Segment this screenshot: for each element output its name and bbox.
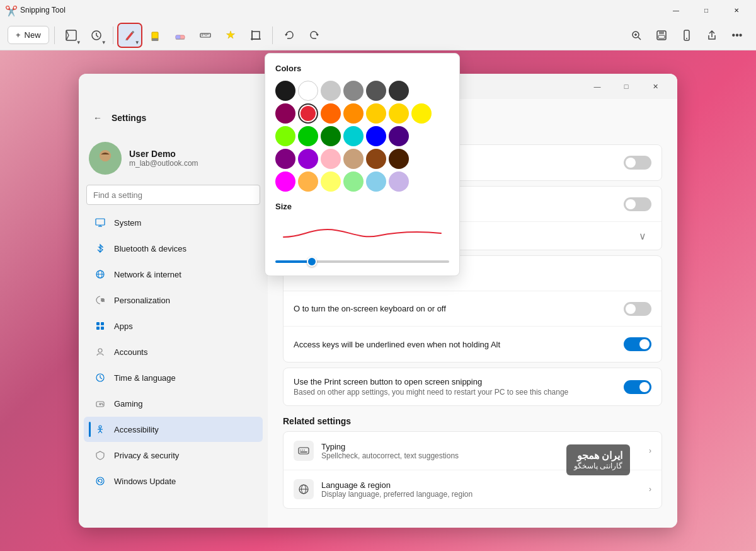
minimize-button[interactable]: — bbox=[662, 0, 690, 20]
color-sky-blue[interactable] bbox=[366, 171, 386, 192]
system-icon bbox=[94, 216, 106, 229]
title-bar-left: ✂️ Snipping Tool bbox=[5, 5, 66, 15]
sidebar-title: Settings bbox=[112, 113, 146, 123]
sidebar-item-network[interactable]: Network & internet bbox=[84, 262, 263, 287]
more-button[interactable]: ••• bbox=[726, 24, 748, 47]
color-black[interactable] bbox=[275, 81, 295, 101]
snip-mode-icon bbox=[66, 30, 77, 41]
user-email: m_lab@outlook.com bbox=[129, 159, 258, 168]
color-darker-gray[interactable] bbox=[389, 81, 409, 101]
color-bright-green[interactable] bbox=[298, 126, 318, 146]
color-peach[interactable] bbox=[298, 171, 318, 192]
color-dark-green[interactable] bbox=[321, 126, 341, 146]
svg-point-48 bbox=[102, 404, 103, 405]
color-blue[interactable] bbox=[366, 126, 386, 146]
undo-icon bbox=[284, 30, 295, 41]
new-label: New bbox=[25, 30, 41, 40]
close-button[interactable]: ✕ bbox=[722, 0, 751, 20]
search-input[interactable] bbox=[86, 185, 260, 205]
lock-keys-toggle[interactable] bbox=[624, 197, 651, 211]
color-dark-magenta[interactable] bbox=[275, 103, 295, 124]
dropdown-arrow[interactable]: ∨ bbox=[634, 227, 651, 245]
color-dark-orange[interactable] bbox=[343, 103, 364, 124]
sidebar-item-accounts[interactable]: Accounts bbox=[84, 339, 263, 364]
sidebar-item-time[interactable]: Time & language bbox=[84, 365, 263, 390]
maximize-button[interactable]: □ bbox=[692, 0, 721, 20]
redo-button[interactable] bbox=[303, 24, 326, 47]
eraser-button[interactable] bbox=[169, 24, 192, 47]
settings-maximize-button[interactable]: □ bbox=[612, 76, 641, 96]
color-magenta[interactable] bbox=[275, 171, 295, 192]
avatar-image bbox=[93, 146, 118, 171]
sidebar-item-apps[interactable]: Apps bbox=[84, 313, 263, 339]
color-lavender[interactable] bbox=[389, 171, 409, 192]
svg-rect-8 bbox=[200, 33, 210, 37]
color-dark-brown[interactable] bbox=[389, 149, 409, 169]
color-light-pink[interactable] bbox=[321, 149, 341, 169]
on-screen-label-col: O to turn the on-screen keyboard on or o… bbox=[294, 304, 446, 313]
share-button[interactable] bbox=[701, 24, 723, 47]
sidebar-item-privacy[interactable]: Privacy & security bbox=[84, 443, 263, 468]
gaming-icon bbox=[94, 397, 106, 410]
color-violet[interactable] bbox=[298, 149, 318, 169]
user-info: User Demo m_lab@outlook.com bbox=[129, 149, 258, 168]
typing-text: Typing Spellcheck, autocorrect, text sug… bbox=[321, 442, 641, 460]
phone-button[interactable] bbox=[675, 24, 698, 47]
color-picker-title: Colors bbox=[275, 64, 449, 73]
related-language[interactable]: Language & region Display language, pref… bbox=[284, 470, 662, 508]
on-screen-keyboard-toggle[interactable] bbox=[624, 302, 651, 316]
pen-button[interactable]: ▼ bbox=[118, 24, 141, 47]
undo-button[interactable] bbox=[278, 24, 301, 47]
color-light-gray[interactable] bbox=[321, 81, 341, 101]
crop-button[interactable] bbox=[244, 24, 267, 47]
sidebar-item-gaming[interactable]: Gaming bbox=[84, 391, 263, 416]
related-typing[interactable]: Typing Spellcheck, autocorrect, text sug… bbox=[284, 432, 662, 470]
zoom-button[interactable] bbox=[625, 24, 648, 47]
settings-minimize-button[interactable]: — bbox=[583, 76, 612, 96]
svg-rect-0 bbox=[66, 30, 76, 40]
zoom-icon bbox=[631, 30, 642, 41]
snip-mode-button[interactable]: ▼ bbox=[60, 24, 83, 47]
color-indigo[interactable] bbox=[389, 126, 409, 146]
color-amber[interactable] bbox=[366, 103, 386, 124]
color-purple[interactable] bbox=[275, 149, 295, 169]
settings-close-button[interactable]: ✕ bbox=[641, 76, 670, 96]
sidebar-item-personalization[interactable]: Personalization bbox=[84, 287, 263, 313]
access-keys-toggle[interactable] bbox=[624, 337, 651, 351]
print-screen-snip-toggle[interactable] bbox=[624, 380, 651, 394]
ruler-button[interactable] bbox=[194, 24, 217, 47]
language-title: Language & region bbox=[321, 480, 641, 490]
user-profile[interactable]: User Demo m_lab@outlook.com bbox=[79, 137, 268, 185]
color-lawn-green[interactable] bbox=[275, 126, 295, 146]
sticker-icon bbox=[225, 30, 236, 41]
size-preview-svg bbox=[275, 219, 449, 247]
new-button[interactable]: + New bbox=[8, 26, 49, 44]
color-dark-gray[interactable] bbox=[366, 81, 386, 101]
sticker-button[interactable] bbox=[219, 24, 242, 47]
sidebar-back-button[interactable]: ← bbox=[89, 109, 106, 127]
more-icon: ••• bbox=[732, 30, 743, 41]
color-orange-red[interactable] bbox=[321, 103, 341, 124]
highlighter-button[interactable] bbox=[144, 24, 166, 47]
color-tan[interactable] bbox=[343, 149, 364, 169]
bluetooth-label: Bluetooth & devices bbox=[114, 244, 186, 253]
svg-point-49 bbox=[99, 426, 101, 428]
sidebar-item-system[interactable]: System bbox=[84, 210, 263, 235]
size-slider[interactable] bbox=[275, 260, 449, 263]
color-light-yellow[interactable] bbox=[321, 171, 341, 192]
sidebar-item-bluetooth[interactable]: Bluetooth & devices bbox=[84, 236, 263, 261]
save-button[interactable] bbox=[650, 24, 673, 47]
svg-point-47 bbox=[101, 403, 103, 404]
recent-button[interactable]: ▼ bbox=[85, 24, 108, 47]
sidebar-item-accessibility[interactable]: Accessibility bbox=[84, 417, 263, 442]
color-saddle-brown[interactable] bbox=[366, 149, 386, 169]
color-white[interactable] bbox=[298, 81, 318, 101]
color-light-green[interactable] bbox=[343, 171, 364, 192]
color-gold[interactable] bbox=[389, 103, 409, 124]
color-red[interactable] bbox=[298, 103, 318, 124]
color-yellow[interactable] bbox=[411, 103, 432, 124]
sidebar-item-windows-update[interactable]: Windows Update bbox=[84, 468, 263, 494]
color-gray[interactable] bbox=[343, 81, 364, 101]
sticky-keys-toggle[interactable] bbox=[624, 156, 651, 170]
color-cyan[interactable] bbox=[343, 126, 364, 146]
